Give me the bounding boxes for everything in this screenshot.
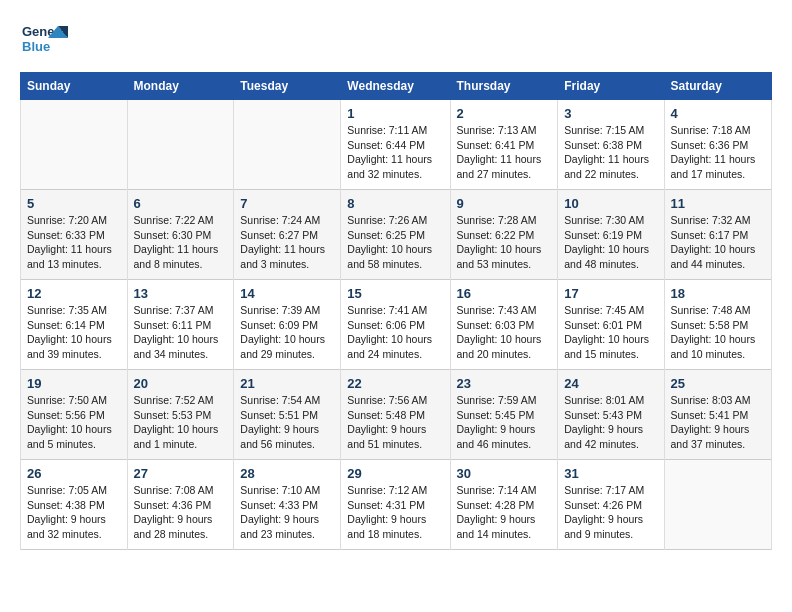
day-info: Sunrise: 7:17 AM Sunset: 4:26 PM Dayligh… — [564, 483, 657, 542]
day-number: 14 — [240, 286, 334, 301]
day-number: 27 — [134, 466, 228, 481]
day-info: Sunrise: 7:43 AM Sunset: 6:03 PM Dayligh… — [457, 303, 552, 362]
day-info: Sunrise: 7:28 AM Sunset: 6:22 PM Dayligh… — [457, 213, 552, 272]
day-info: Sunrise: 7:39 AM Sunset: 6:09 PM Dayligh… — [240, 303, 334, 362]
day-info: Sunrise: 7:14 AM Sunset: 4:28 PM Dayligh… — [457, 483, 552, 542]
calendar-cell: 21Sunrise: 7:54 AM Sunset: 5:51 PM Dayli… — [234, 370, 341, 460]
day-info: Sunrise: 7:12 AM Sunset: 4:31 PM Dayligh… — [347, 483, 443, 542]
day-number: 1 — [347, 106, 443, 121]
day-number: 6 — [134, 196, 228, 211]
calendar-cell: 9Sunrise: 7:28 AM Sunset: 6:22 PM Daylig… — [450, 190, 558, 280]
day-info: Sunrise: 7:11 AM Sunset: 6:44 PM Dayligh… — [347, 123, 443, 182]
day-info: Sunrise: 7:48 AM Sunset: 5:58 PM Dayligh… — [671, 303, 765, 362]
day-number: 8 — [347, 196, 443, 211]
day-number: 23 — [457, 376, 552, 391]
day-info: Sunrise: 7:41 AM Sunset: 6:06 PM Dayligh… — [347, 303, 443, 362]
day-info: Sunrise: 7:56 AM Sunset: 5:48 PM Dayligh… — [347, 393, 443, 452]
day-number: 17 — [564, 286, 657, 301]
day-number: 25 — [671, 376, 765, 391]
calendar-cell: 4Sunrise: 7:18 AM Sunset: 6:36 PM Daylig… — [664, 100, 771, 190]
day-info: Sunrise: 7:54 AM Sunset: 5:51 PM Dayligh… — [240, 393, 334, 452]
day-number: 31 — [564, 466, 657, 481]
day-number: 7 — [240, 196, 334, 211]
day-number: 3 — [564, 106, 657, 121]
day-info: Sunrise: 8:03 AM Sunset: 5:41 PM Dayligh… — [671, 393, 765, 452]
col-header-sunday: Sunday — [21, 73, 128, 100]
day-info: Sunrise: 8:01 AM Sunset: 5:43 PM Dayligh… — [564, 393, 657, 452]
day-info: Sunrise: 7:10 AM Sunset: 4:33 PM Dayligh… — [240, 483, 334, 542]
calendar-cell: 31Sunrise: 7:17 AM Sunset: 4:26 PM Dayli… — [558, 460, 664, 550]
day-info: Sunrise: 7:15 AM Sunset: 6:38 PM Dayligh… — [564, 123, 657, 182]
calendar-cell — [127, 100, 234, 190]
col-header-friday: Friday — [558, 73, 664, 100]
day-number: 12 — [27, 286, 121, 301]
calendar-cell: 13Sunrise: 7:37 AM Sunset: 6:11 PM Dayli… — [127, 280, 234, 370]
day-info: Sunrise: 7:22 AM Sunset: 6:30 PM Dayligh… — [134, 213, 228, 272]
day-number: 20 — [134, 376, 228, 391]
day-number: 13 — [134, 286, 228, 301]
day-info: Sunrise: 7:05 AM Sunset: 4:38 PM Dayligh… — [27, 483, 121, 542]
calendar-cell: 5Sunrise: 7:20 AM Sunset: 6:33 PM Daylig… — [21, 190, 128, 280]
col-header-tuesday: Tuesday — [234, 73, 341, 100]
day-number: 4 — [671, 106, 765, 121]
header: General Blue — [20, 18, 772, 66]
calendar-table: SundayMondayTuesdayWednesdayThursdayFrid… — [20, 72, 772, 550]
calendar-week-row: 19Sunrise: 7:50 AM Sunset: 5:56 PM Dayli… — [21, 370, 772, 460]
day-number: 18 — [671, 286, 765, 301]
calendar-cell: 6Sunrise: 7:22 AM Sunset: 6:30 PM Daylig… — [127, 190, 234, 280]
day-number: 10 — [564, 196, 657, 211]
day-number: 16 — [457, 286, 552, 301]
calendar-cell: 20Sunrise: 7:52 AM Sunset: 5:53 PM Dayli… — [127, 370, 234, 460]
day-number: 19 — [27, 376, 121, 391]
col-header-wednesday: Wednesday — [341, 73, 450, 100]
calendar-cell: 11Sunrise: 7:32 AM Sunset: 6:17 PM Dayli… — [664, 190, 771, 280]
calendar-cell: 24Sunrise: 8:01 AM Sunset: 5:43 PM Dayli… — [558, 370, 664, 460]
day-info: Sunrise: 7:20 AM Sunset: 6:33 PM Dayligh… — [27, 213, 121, 272]
calendar-cell: 29Sunrise: 7:12 AM Sunset: 4:31 PM Dayli… — [341, 460, 450, 550]
calendar-week-row: 26Sunrise: 7:05 AM Sunset: 4:38 PM Dayli… — [21, 460, 772, 550]
calendar-cell: 15Sunrise: 7:41 AM Sunset: 6:06 PM Dayli… — [341, 280, 450, 370]
day-number: 29 — [347, 466, 443, 481]
day-number: 26 — [27, 466, 121, 481]
day-info: Sunrise: 7:35 AM Sunset: 6:14 PM Dayligh… — [27, 303, 121, 362]
day-info: Sunrise: 7:52 AM Sunset: 5:53 PM Dayligh… — [134, 393, 228, 452]
day-info: Sunrise: 7:08 AM Sunset: 4:36 PM Dayligh… — [134, 483, 228, 542]
day-number: 24 — [564, 376, 657, 391]
calendar-cell: 28Sunrise: 7:10 AM Sunset: 4:33 PM Dayli… — [234, 460, 341, 550]
calendar-cell: 23Sunrise: 7:59 AM Sunset: 5:45 PM Dayli… — [450, 370, 558, 460]
calendar-week-row: 5Sunrise: 7:20 AM Sunset: 6:33 PM Daylig… — [21, 190, 772, 280]
day-number: 2 — [457, 106, 552, 121]
svg-text:Blue: Blue — [22, 39, 50, 54]
calendar-cell: 2Sunrise: 7:13 AM Sunset: 6:41 PM Daylig… — [450, 100, 558, 190]
day-info: Sunrise: 7:13 AM Sunset: 6:41 PM Dayligh… — [457, 123, 552, 182]
day-info: Sunrise: 7:50 AM Sunset: 5:56 PM Dayligh… — [27, 393, 121, 452]
calendar-cell — [664, 460, 771, 550]
day-info: Sunrise: 7:18 AM Sunset: 6:36 PM Dayligh… — [671, 123, 765, 182]
day-info: Sunrise: 7:32 AM Sunset: 6:17 PM Dayligh… — [671, 213, 765, 272]
calendar-cell: 12Sunrise: 7:35 AM Sunset: 6:14 PM Dayli… — [21, 280, 128, 370]
calendar-cell — [21, 100, 128, 190]
calendar-cell: 10Sunrise: 7:30 AM Sunset: 6:19 PM Dayli… — [558, 190, 664, 280]
day-info: Sunrise: 7:24 AM Sunset: 6:27 PM Dayligh… — [240, 213, 334, 272]
day-info: Sunrise: 7:37 AM Sunset: 6:11 PM Dayligh… — [134, 303, 228, 362]
day-number: 22 — [347, 376, 443, 391]
day-info: Sunrise: 7:30 AM Sunset: 6:19 PM Dayligh… — [564, 213, 657, 272]
page: General Blue SundayMondayTuesdayWednesda… — [0, 0, 792, 568]
day-number: 11 — [671, 196, 765, 211]
calendar-cell: 14Sunrise: 7:39 AM Sunset: 6:09 PM Dayli… — [234, 280, 341, 370]
col-header-thursday: Thursday — [450, 73, 558, 100]
day-number: 28 — [240, 466, 334, 481]
calendar-header-row: SundayMondayTuesdayWednesdayThursdayFrid… — [21, 73, 772, 100]
calendar-cell: 16Sunrise: 7:43 AM Sunset: 6:03 PM Dayli… — [450, 280, 558, 370]
logo: General Blue — [20, 18, 68, 66]
calendar-cell: 1Sunrise: 7:11 AM Sunset: 6:44 PM Daylig… — [341, 100, 450, 190]
day-info: Sunrise: 7:59 AM Sunset: 5:45 PM Dayligh… — [457, 393, 552, 452]
calendar-week-row: 12Sunrise: 7:35 AM Sunset: 6:14 PM Dayli… — [21, 280, 772, 370]
day-number: 30 — [457, 466, 552, 481]
calendar-cell: 7Sunrise: 7:24 AM Sunset: 6:27 PM Daylig… — [234, 190, 341, 280]
calendar-cell: 3Sunrise: 7:15 AM Sunset: 6:38 PM Daylig… — [558, 100, 664, 190]
calendar-cell — [234, 100, 341, 190]
calendar-cell: 19Sunrise: 7:50 AM Sunset: 5:56 PM Dayli… — [21, 370, 128, 460]
calendar-cell: 27Sunrise: 7:08 AM Sunset: 4:36 PM Dayli… — [127, 460, 234, 550]
day-number: 15 — [347, 286, 443, 301]
